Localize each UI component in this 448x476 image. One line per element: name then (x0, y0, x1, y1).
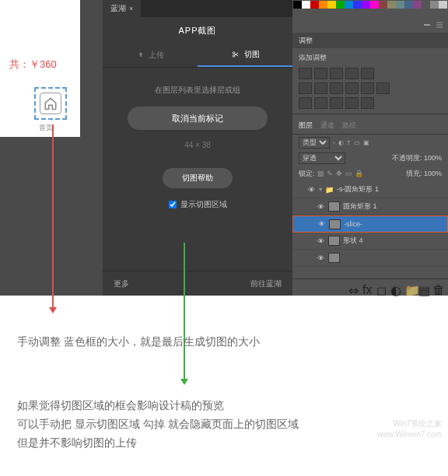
new-layer-icon[interactable]: ▤ (418, 283, 428, 292)
new-adjust-icon[interactable]: ◐ (390, 283, 400, 292)
watermark-url: www.Winwin7.com (377, 429, 442, 440)
swatch[interactable] (379, 1, 387, 9)
swatch[interactable] (387, 1, 396, 9)
lanhu-tab-label: 蓝湖 (110, 3, 126, 14)
poster-icon[interactable] (314, 97, 327, 109)
cancel-mark-button[interactable]: 取消当前标记 (128, 107, 268, 130)
selcolor-icon[interactable] (361, 97, 374, 109)
collapse-icon[interactable] (423, 21, 431, 29)
vibrance-icon[interactable] (361, 68, 374, 79)
cut-help-button[interactable]: 切图帮助 (163, 168, 233, 188)
swatch[interactable] (353, 1, 362, 9)
channels-tab[interactable]: 通道 (320, 121, 334, 131)
new-group-icon[interactable]: 📁 (404, 283, 414, 292)
gradmap-icon[interactable] (345, 97, 359, 109)
swatch[interactable] (293, 1, 302, 9)
swatch[interactable] (310, 1, 319, 9)
filter-type-select[interactable]: 类型 (299, 137, 330, 149)
lock-trans-icon[interactable]: ▨ (317, 170, 326, 178)
swatch[interactable] (336, 1, 345, 9)
colbal-icon[interactable] (314, 82, 327, 94)
caption-line: 如果觉得切图区域的框会影响设计稿的预览 (17, 397, 299, 415)
link-icon[interactable]: ⇔ (348, 283, 358, 292)
trash-icon[interactable]: 🗑 (432, 283, 442, 292)
swatch[interactable] (327, 1, 336, 9)
exposure-icon[interactable] (345, 68, 359, 79)
caption-line: 可以手动把 显示切图区域 勾掉 就会隐藏页面上的切图区域 (17, 415, 299, 434)
swatch[interactable] (319, 1, 327, 9)
swatch[interactable] (422, 1, 430, 9)
lookup-icon[interactable] (376, 82, 390, 94)
layer-row[interactable]: 👁 (292, 250, 448, 267)
eye-icon[interactable]: 👁 (306, 185, 316, 194)
layer-name: -s-圆角矩形 1 (337, 184, 379, 194)
huesat-icon[interactable] (299, 82, 312, 94)
paths-tab[interactable]: 路径 (342, 121, 356, 131)
eye-icon[interactable]: 👁 (316, 236, 325, 246)
swatch[interactable] (345, 1, 353, 9)
chevron-down-icon[interactable]: ▾ (319, 186, 322, 193)
fill-value[interactable]: 100% (424, 170, 442, 177)
panel-tabbar: 蓝湖 × (103, 0, 292, 17)
lanhu-subtitle: APP截图 (103, 17, 292, 43)
mask-icon[interactable]: ◻ (376, 283, 386, 292)
eye-icon[interactable]: 👁 (316, 254, 325, 263)
photo-filter-icon[interactable] (345, 82, 359, 94)
eye-icon[interactable]: 👁 (317, 219, 326, 229)
lanhu-mode-tabs: 上传 切图 (103, 43, 292, 68)
filter-smart-icon[interactable]: ▣ (363, 139, 369, 146)
goto-lanhu-link[interactable]: 前往蓝湖 (250, 278, 282, 289)
levels-icon[interactable] (314, 68, 327, 79)
select-layer-hint: 在图层列表里选择层或组 (103, 68, 292, 107)
curves-icon[interactable] (330, 68, 343, 79)
opacity-value[interactable]: 100% (424, 154, 442, 162)
close-icon[interactable]: × (129, 5, 133, 12)
layer-row[interactable]: 👁 圆角矩形 1 (292, 198, 448, 215)
invert-icon[interactable] (299, 97, 312, 109)
lock-art-icon[interactable]: ▭ (345, 170, 354, 178)
menu-icon[interactable] (436, 21, 443, 29)
swatch[interactable] (370, 1, 379, 9)
filter-text-icon[interactable]: T (347, 139, 351, 146)
swatch[interactable] (439, 1, 447, 9)
panel-top-icons (292, 17, 448, 33)
upload-mode-label: 上传 (149, 50, 164, 61)
layer-group-row[interactable]: 👁 ▾ 📁 -s-圆角矩形 1 (292, 181, 448, 198)
slice-selection-box[interactable] (34, 87, 67, 120)
lanhu-tab[interactable]: 蓝湖 × (103, 0, 141, 17)
swatch[interactable] (302, 1, 310, 9)
bw-icon[interactable] (330, 82, 343, 94)
swatch[interactable] (430, 1, 439, 9)
annotation-arrow-red (52, 124, 54, 311)
fx-icon[interactable]: fx (362, 283, 372, 292)
filter-shape-icon[interactable]: ▭ (354, 139, 360, 146)
lock-all-icon[interactable]: 🔒 (355, 170, 363, 178)
adjustments-tab[interactable]: 调整 (292, 33, 448, 48)
upload-icon (137, 51, 145, 59)
more-link[interactable]: 更多 (114, 278, 129, 289)
filter-adjust-icon[interactable]: ◐ (338, 139, 344, 146)
show-cut-area-checkbox[interactable] (169, 201, 177, 208)
chan-mixer-icon[interactable] (361, 82, 374, 94)
cut-mode-tab[interactable]: 切图 (198, 43, 292, 67)
eye-icon[interactable]: 👁 (316, 202, 325, 212)
layer-row[interactable]: 👁 形状 4 (292, 233, 448, 250)
brightness-icon[interactable] (299, 68, 312, 79)
filter-pixel-icon[interactable]: ▫ (333, 139, 335, 146)
swatch[interactable] (396, 1, 404, 9)
layers-tab[interactable]: 图层 (299, 121, 313, 131)
add-adjustment-label: 添加调整 (292, 48, 448, 66)
upload-mode-tab[interactable]: 上传 (103, 43, 198, 67)
swatch[interactable] (404, 1, 413, 9)
lock-pos-icon[interactable]: ✥ (336, 170, 345, 178)
lock-paint-icon[interactable]: ✎ (327, 170, 335, 178)
blend-mode-select[interactable]: 穿透 (299, 152, 345, 164)
caption-2: 如果觉得切图区域的框会影响设计稿的预览 可以手动把 显示切图区域 勾掉 就会隐藏… (17, 397, 299, 452)
swatch[interactable] (362, 1, 370, 9)
swatch[interactable] (413, 1, 422, 9)
watermark: Win7系统之家 www.Winwin7.com (377, 418, 442, 440)
layer-row-selected[interactable]: 👁 -slice- (292, 215, 448, 233)
ps-right-panel: 调整 添加调整 图层 通道 路径 类型 ▫ ◐ T ▭ ▣ 穿透 不透明度: 1… (292, 0, 448, 296)
slice-dimensions: 44 × 38 (103, 141, 292, 168)
threshold-icon[interactable] (330, 97, 343, 109)
